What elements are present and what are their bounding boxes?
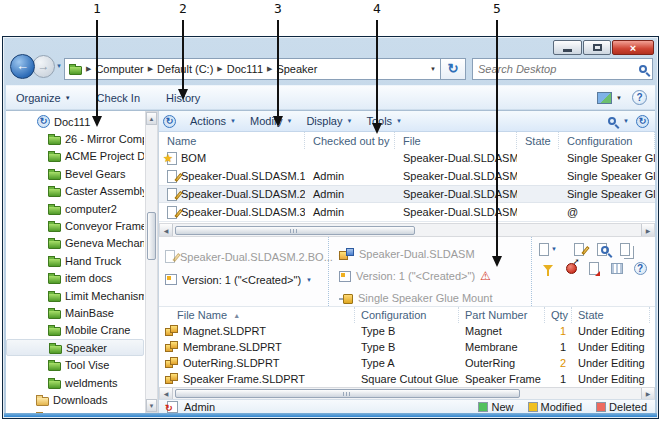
check-in-button[interactable]: Check In	[97, 92, 140, 104]
breadcrumb-item-vault[interactable]: Doc111	[227, 63, 263, 75]
tree-item[interactable]: Caster Assembly	[6, 183, 144, 200]
minimize-button[interactable]	[553, 40, 582, 55]
column-header-state[interactable]: State	[517, 132, 559, 149]
column-header-state[interactable]: State	[572, 307, 650, 323]
scroll-left-icon[interactable]: ◀	[160, 388, 173, 400]
breadcrumb-item-folder[interactable]: Speaker	[276, 63, 317, 75]
chevron-down-icon: ▼	[230, 118, 236, 124]
column-header-partial[interactable]: D	[650, 307, 655, 323]
tree-item[interactable]: Tool Vise	[6, 356, 144, 373]
scrollbar-thumb[interactable]	[175, 226, 415, 235]
tree-item[interactable]: Limit Mechanism	[6, 287, 144, 304]
copy-compare-button[interactable]	[617, 242, 633, 256]
tree-item[interactable]: computer2	[6, 200, 144, 217]
tree-item[interactable]: MainBase	[6, 304, 144, 321]
column-header-part-number[interactable]: Part Number	[459, 307, 545, 323]
organize-button[interactable]: Organize ▼	[16, 92, 71, 104]
bom-edit-icon	[167, 170, 177, 183]
refresh-button[interactable]: ↻	[441, 58, 466, 80]
column-header-qty[interactable]: Qty	[545, 307, 572, 323]
callout-line-4	[376, 20, 378, 123]
table-row[interactable]: ★BOM Speaker-Dual.SLDASM Single Speaker …	[159, 149, 655, 167]
scroll-left-icon[interactable]: ◀	[160, 224, 173, 236]
tree-item[interactable]: Mobile Crane	[6, 322, 144, 339]
edit-button[interactable]	[571, 242, 587, 256]
tree-item[interactable]: item docs	[6, 270, 144, 287]
scroll-right-icon[interactable]: ▶	[641, 224, 654, 236]
callout-arrow-1	[92, 116, 102, 127]
folder-icon	[36, 397, 49, 406]
scroll-up-icon[interactable]: ▲	[146, 112, 157, 125]
table-row[interactable]: Speaker Frame.SLDPRT Square Cutout Gluea…	[159, 371, 655, 387]
forward-button[interactable]: →	[32, 55, 55, 78]
part-icon	[165, 357, 178, 369]
tree-item[interactable]: ACME Project Do	[6, 148, 144, 165]
tree-item[interactable]: 26 - Mirror Comp	[6, 130, 144, 147]
breadcrumb-item-computer[interactable]: Computer	[95, 63, 143, 75]
breadcrumb-item-drive[interactable]: Default (C:)	[157, 63, 213, 75]
table-row[interactable]: Magnet.SLDPRT Type B Magnet 1 Under Edit…	[159, 323, 655, 339]
tree-item[interactable]: Downloads	[6, 391, 144, 408]
help-button[interactable]: ?	[632, 261, 648, 275]
tree-item[interactable]: Geneva Mechani	[6, 235, 144, 252]
folder-icon	[48, 240, 61, 249]
address-dropdown-icon[interactable]: ▼	[430, 66, 436, 72]
organize-label: Organize	[16, 92, 61, 104]
column-header-file-name[interactable]: File Name▲	[159, 307, 355, 323]
views-button[interactable]: ▼	[597, 92, 622, 104]
table-row[interactable]: Speaker-Dual.SLDASM.1.B... Admin Speaker…	[159, 167, 655, 185]
maximize-button[interactable]	[583, 40, 611, 55]
tree-item-speaker-selected[interactable]: Speaker	[6, 339, 144, 356]
nav-history-caret-icon[interactable]: ▼	[56, 63, 62, 69]
column-header-configuration[interactable]: Configuration	[355, 307, 459, 323]
table-row[interactable]: OuterRing.SLDPRT Type A OuterRing 2 Unde…	[159, 355, 655, 371]
scroll-right-icon[interactable]: ▶	[641, 388, 654, 400]
where-used-button[interactable]	[563, 261, 579, 275]
display-menu[interactable]: Display▼	[306, 115, 352, 127]
go-to-button[interactable]	[586, 261, 602, 275]
modify-menu[interactable]: Modify▼	[250, 115, 292, 127]
file-list-hscrollbar[interactable]: ◀ ▶	[159, 223, 655, 237]
folder-icon	[48, 171, 61, 180]
scrollbar-thumb[interactable]	[147, 212, 156, 260]
column-header-checked-out-by[interactable]: Checked out by	[305, 132, 395, 149]
search-icon[interactable]	[639, 65, 647, 73]
search-input[interactable]	[478, 63, 639, 75]
scroll-down-icon[interactable]: ▼	[146, 399, 157, 412]
column-header-file[interactable]: File	[395, 132, 517, 149]
column-header-configuration[interactable]: Configuration	[559, 132, 655, 149]
tree-item[interactable]: Bevel Gears	[6, 165, 144, 182]
help-button[interactable]: ?	[632, 90, 647, 105]
table-row[interactable]: Membrane.SLDPRT Type B Membrane 1 Under …	[159, 339, 655, 355]
pdm-search-icon[interactable]	[608, 117, 616, 125]
bom-view-button[interactable]: ▼	[540, 242, 556, 256]
legend-modified-label: Modified	[541, 401, 583, 413]
preview-search-button[interactable]	[594, 242, 610, 256]
breadcrumb[interactable]: ▶ Computer ▶ Default (C:) ▶ Doc111 ▶ Spe…	[64, 58, 441, 80]
search-box[interactable]	[472, 58, 653, 80]
tree-item[interactable]: weldments	[6, 374, 144, 391]
views-icon	[597, 92, 612, 104]
table-row-selected[interactable]: Speaker-Dual.SLDASM.2.B... Admin Speaker…	[159, 185, 655, 203]
filter-button[interactable]	[540, 261, 556, 275]
vault-icon[interactable]: ↻	[636, 115, 649, 128]
actions-menu[interactable]: Actions▼	[190, 115, 236, 127]
tree-item[interactable]: Hand Truck	[6, 252, 144, 269]
legend-deleted-label: Deleted	[609, 401, 647, 413]
chevron-down-icon[interactable]: ▼	[623, 118, 629, 124]
legend-modified-swatch	[528, 402, 538, 412]
column-header-name[interactable]: Name	[159, 132, 305, 149]
tree-scrollbar[interactable]: ▲ ▼	[145, 111, 158, 413]
table-row[interactable]: Speaker-Dual.SLDASM.3.B... Admin Speaker…	[159, 203, 655, 221]
column-options-button[interactable]	[609, 261, 625, 275]
scrollbar-thumb[interactable]	[175, 389, 520, 398]
close-button[interactable]: ×	[612, 40, 654, 55]
qty-value: 1	[545, 341, 572, 353]
folder-icon	[48, 327, 61, 336]
tree-item-doc111[interactable]: ↻Doc111	[6, 113, 144, 130]
breadcrumb-separator-icon: ▶	[148, 65, 153, 73]
callout-line-5	[496, 20, 498, 256]
tree-item[interactable]: Conveyor Frame	[6, 217, 144, 234]
chevron-down-icon[interactable]: ▼	[306, 277, 312, 283]
back-button[interactable]: ←	[10, 54, 35, 79]
